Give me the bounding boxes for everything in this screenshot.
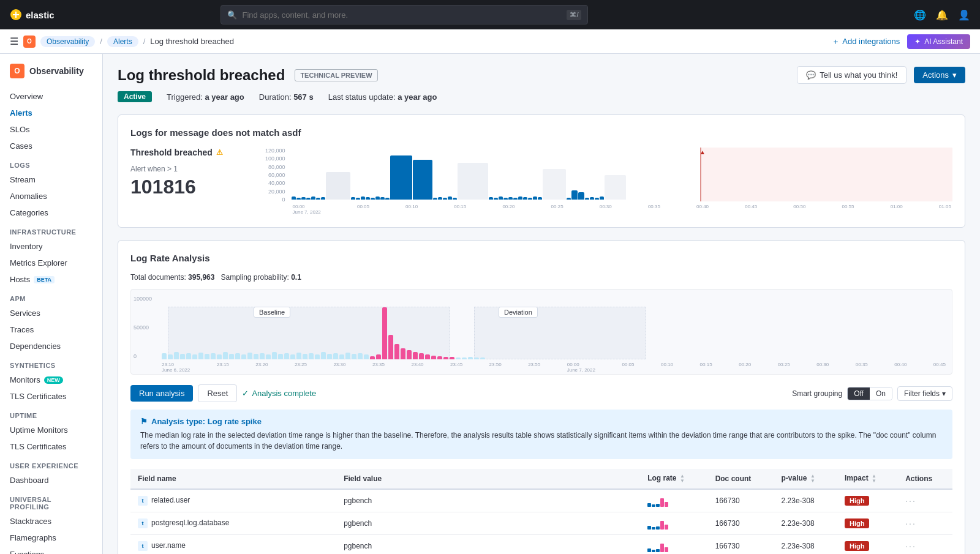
sidebar-item-monitors[interactable]: Monitors NEW (0, 372, 102, 388)
tell-us-btn[interactable]: 💬 Tell us what you think! (797, 66, 907, 84)
th-impact: Impact ▲▼ (837, 469, 898, 489)
sidebar-item-functions[interactable]: Functions (0, 546, 102, 554)
sidebar-item-anomalies[interactable]: Anomalies (0, 188, 102, 204)
sidebar-item-dependencies[interactable]: Dependencies (0, 338, 102, 354)
sidebar-item-stacktraces[interactable]: Stacktraces (0, 513, 102, 530)
sidebar-item-hosts[interactable]: Hosts BETA (0, 271, 102, 288)
sidebar-item-tls-uptime[interactable]: TLS Certificates (0, 438, 102, 455)
filter-fields-label: Filter fields (904, 389, 940, 398)
sidebar-section-synthetics: Synthetics (0, 354, 102, 372)
table-cell-impact: High (837, 535, 898, 555)
table-cell-impact: High (837, 489, 898, 512)
table-cell-field-name: trelated.user (130, 489, 336, 512)
row-actions-btn[interactable]: ··· (905, 518, 916, 528)
baseline-label: Baseline (254, 307, 290, 318)
sidebar-item-metrics-explorer[interactable]: Metrics Explorer (0, 255, 102, 271)
ai-assistant-label: AI Assistant (924, 37, 963, 46)
th-field-value: Field value (336, 469, 640, 489)
global-search-bar[interactable]: 🔍 ⌘/ (221, 5, 588, 24)
table-body: trelated.userpgbench1667302.23e-308High·… (130, 489, 952, 554)
threshold-chart-wrapper: 120,000 100,000 80,000 60,000 40,000 20,… (265, 148, 952, 215)
sidebar-item-categories[interactable]: Categories (0, 204, 102, 221)
user-icon[interactable]: 👤 (958, 9, 970, 21)
status-last-update: Last status update: a year ago (328, 92, 437, 102)
impact-sort[interactable]: ▲▼ (872, 474, 876, 484)
globe-icon[interactable]: 🌐 (914, 9, 926, 21)
reset-btn[interactable]: Reset (198, 384, 237, 402)
table-row: tpostgresql.log.databasepgbench1667302.2… (130, 512, 952, 535)
table-cell-actions[interactable]: ··· (898, 512, 952, 535)
table-cell-doc-count: 166730 (708, 489, 774, 512)
analysis-info: ⚑ Analysis type: Log rate spike The medi… (130, 410, 952, 459)
search-input[interactable] (242, 10, 562, 20)
table-cell-actions[interactable]: ··· (898, 489, 952, 512)
page-header: Log threshold breached TECHNICAL PREVIEW… (118, 66, 965, 84)
lr-y-axis: 100000 50000 0 (134, 296, 152, 359)
sidebar-item-overview[interactable]: Overview (0, 88, 102, 105)
add-integrations-btn[interactable]: ＋ Add integrations (832, 36, 900, 47)
sidebar-item-cases[interactable]: Cases (0, 138, 102, 154)
table-cell-doc-count: 166730 (708, 535, 774, 555)
search-shortcut: ⌘/ (567, 10, 581, 20)
run-analysis-btn[interactable]: Run analysis (130, 385, 193, 402)
th-p-value: p-value ▲▼ (774, 469, 837, 489)
threshold-section: Threshold breached ⚠ Alert when > 1 1018… (130, 148, 952, 215)
sidebar-section-infrastructure: Infrastructure (0, 221, 102, 238)
hosts-beta-badge: BETA (34, 276, 55, 283)
bell-icon[interactable]: 🔔 (936, 9, 948, 21)
breadcrumb-observability[interactable]: Observability (40, 36, 95, 47)
table-cell-field-value: pgbench (336, 535, 640, 555)
log-rate-sort[interactable]: ▲▼ (680, 474, 685, 484)
smart-grouping-toggle[interactable]: Off On (847, 387, 892, 400)
row-actions-btn[interactable]: ··· (905, 496, 916, 506)
hamburger-menu[interactable]: ☰ (10, 36, 18, 47)
top-navigation: elastic 🔍 ⌘/ 🌐 🔔 👤 (0, 0, 980, 29)
table-row: trelated.userpgbench1667302.23e-308High·… (130, 489, 952, 512)
breadcrumb-alerts[interactable]: Alerts (107, 36, 138, 47)
sidebar-item-dashboard[interactable]: Dashboard (0, 472, 102, 488)
page-title-area: Log threshold breached TECHNICAL PREVIEW (118, 67, 378, 84)
sidebar-item-tls-synthetics[interactable]: TLS Certificates (0, 388, 102, 405)
monitors-new-badge: NEW (44, 376, 63, 384)
sidebar-item-inventory[interactable]: Inventory (0, 238, 102, 255)
analysis-type-label: Analysis type: Log rate spike (151, 417, 262, 426)
status-active-badge: Active (118, 91, 152, 102)
sidebar-item-services[interactable]: Services (0, 305, 102, 321)
sidebar-title: Observability (29, 66, 84, 76)
analysis-controls: Run analysis Reset ✓ Analysis complete S… (130, 384, 952, 402)
p-value-sort[interactable]: ▲▼ (810, 474, 815, 484)
sidebar-obs-icon: O (10, 64, 24, 78)
sidebar-item-uptime-monitors[interactable]: Uptime Monitors (0, 422, 102, 438)
add-integrations-label: Add integrations (842, 37, 900, 46)
field-type-icon: t (138, 518, 148, 528)
table-cell-field-name: tuser.name (130, 535, 336, 555)
breadcrumb-sep-2: / (143, 37, 146, 46)
table-cell-actions[interactable]: ··· (898, 535, 952, 555)
row-actions-btn[interactable]: ··· (905, 541, 916, 551)
sidebar-item-slos[interactable]: SLOs (0, 121, 102, 138)
logs-card: Logs for message does not match asdf Thr… (118, 114, 965, 228)
actions-btn[interactable]: Actions ▾ (914, 67, 965, 83)
log-rate-card: Log Rate Analysis Total documents: 395,9… (118, 240, 965, 554)
table-cell-log-rate (640, 512, 707, 535)
table-cell-p-value: 2.23e-308 (774, 535, 837, 555)
ai-assistant-btn[interactable]: ✦ AI Assistant (907, 34, 970, 49)
sidebar: O Observability Overview Alerts SLOs Cas… (0, 54, 103, 554)
sidebar-section-logs: Logs (0, 154, 102, 171)
sidebar-item-alerts[interactable]: Alerts (0, 105, 102, 121)
lr-x-labels: 23:10June 6, 2022 23:15 23:20 23:25 23:3… (162, 362, 946, 373)
sidebar-item-stream[interactable]: Stream (0, 171, 102, 188)
toggle-off-btn[interactable]: Off (848, 387, 870, 400)
elastic-logo-text: elastic (26, 10, 55, 20)
filter-fields-btn[interactable]: Filter fields ▾ (897, 386, 952, 401)
sidebar-item-flamegraphs[interactable]: Flamegraphs (0, 530, 102, 546)
impact-high-badge: High (845, 541, 869, 551)
nav-icons: 🌐 🔔 👤 (914, 9, 970, 21)
table-cell-impact: High (837, 512, 898, 535)
th-field-name: Field name (130, 469, 336, 489)
check-icon: ✓ (242, 389, 249, 398)
chevron-down-icon: ▾ (952, 70, 957, 80)
sidebar-item-traces[interactable]: Traces (0, 321, 102, 338)
elastic-logo[interactable]: elastic (10, 9, 55, 21)
toggle-on-btn[interactable]: On (870, 387, 892, 400)
